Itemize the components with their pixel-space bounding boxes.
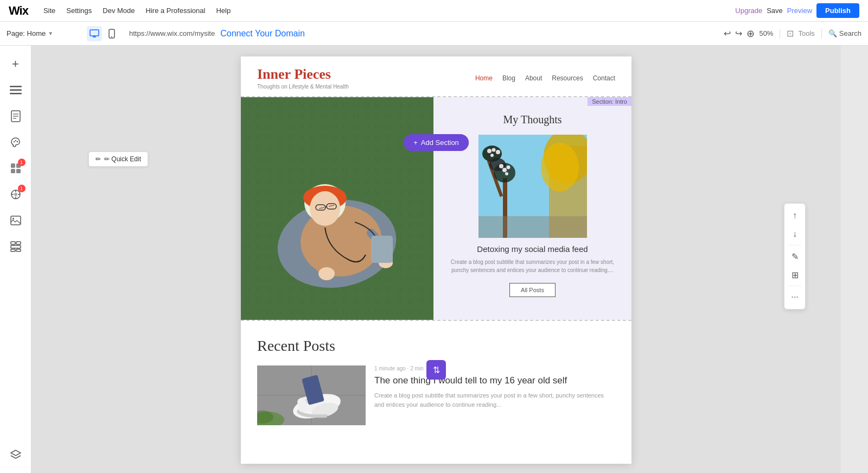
- desktop-icon[interactable]: [87, 26, 102, 41]
- site-nav-about[interactable]: About: [525, 74, 542, 82]
- site-nav: Home Blog About Resources Contact: [475, 74, 615, 82]
- save-button[interactable]: Save: [767, 7, 783, 15]
- toolbar-right: ↩ ↪ ⊕ 50% ⊡ Tools 🔍 Search: [724, 28, 861, 40]
- quick-edit-button[interactable]: ✏ ✏ Quick Edit: [88, 152, 148, 167]
- svg-point-58: [487, 149, 492, 153]
- svg-point-60: [496, 150, 500, 154]
- float-panel-divider2: [788, 286, 801, 286]
- sidebar-item-widgets[interactable]: [4, 235, 28, 258]
- layout-icon: ⊡: [787, 28, 794, 39]
- site-subtitle: Thoughts on Lifestyle & Mental Health: [257, 84, 349, 90]
- intro-image: [241, 97, 433, 320]
- recent-posts-title: Recent Posts: [257, 337, 615, 355]
- sidebar-item-menu[interactable]: [4, 78, 28, 102]
- recent-post-content: 1 minute ago · 2 min The one thing I wou…: [374, 365, 615, 409]
- search-button[interactable]: 🔍 Search: [828, 29, 861, 37]
- float-panel-divider: [788, 245, 801, 245]
- nav-help[interactable]: Help: [216, 7, 231, 15]
- url-text: https://www.wix.com/mysite: [129, 29, 215, 37]
- svg-point-62: [502, 168, 507, 172]
- plus-icon: +: [413, 138, 418, 147]
- svg-point-14: [16, 141, 17, 142]
- sidebar-item-design[interactable]: [4, 130, 28, 154]
- site-logo: Inner Pieces Thoughts on Lifestyle & Men…: [257, 66, 349, 90]
- move-down-button[interactable]: ↓: [786, 225, 803, 243]
- wix-logo: Wix: [9, 4, 28, 18]
- site-nav-contact[interactable]: Contact: [593, 74, 615, 82]
- move-up-button[interactable]: ↑: [786, 207, 803, 224]
- redo-button[interactable]: ↪: [735, 28, 742, 39]
- drag-arrows-icon: ⇅: [433, 365, 440, 375]
- canvas-area: + Add Section ✏ ✏ Quick Edit ⇅ ↑ ↓ ✎ ⊞ ·…: [31, 46, 841, 473]
- sidebar-item-media[interactable]: [4, 209, 28, 232]
- svg-point-20: [14, 193, 17, 196]
- svg-point-52: [541, 143, 579, 192]
- top-nav-actions: Upgrade Save Preview Publish: [735, 3, 859, 18]
- blog-preview-image: [478, 135, 587, 238]
- nav-settings[interactable]: Settings: [66, 7, 92, 15]
- page-selector[interactable]: Page: Home ▼: [7, 29, 77, 37]
- edit-button[interactable]: ✎: [786, 248, 803, 265]
- zoom-level: 50%: [759, 29, 773, 37]
- sidebar-item-pages[interactable]: [4, 104, 28, 128]
- blog-post-title: Detoxing my social media feed: [477, 244, 588, 254]
- publish-button[interactable]: Publish: [816, 3, 859, 18]
- svg-point-63: [506, 166, 510, 169]
- svg-rect-0: [90, 30, 99, 36]
- tools-button[interactable]: Tools: [798, 29, 814, 37]
- widgets-icon: [10, 241, 21, 252]
- apps-badge: 1: [18, 159, 25, 166]
- svg-rect-7: [10, 93, 22, 94]
- page-label: Page: Home: [7, 29, 46, 37]
- svg-rect-17: [11, 169, 15, 173]
- site-header: Inner Pieces Thoughts on Lifestyle & Men…: [241, 56, 631, 96]
- sidebar-item-marketplace[interactable]: 1: [4, 182, 28, 206]
- person-lying-image: [241, 97, 433, 320]
- post-excerpt: Create a blog post subtitle that summari…: [374, 391, 615, 409]
- svg-point-65: [505, 172, 508, 175]
- left-sidebar: + 1 1: [0, 46, 31, 473]
- nav-hire[interactable]: Hire a Professional: [146, 7, 206, 15]
- site-nav-resources[interactable]: Resources: [552, 74, 583, 82]
- more-options-button[interactable]: ···: [786, 288, 803, 306]
- recent-post-image: [257, 365, 366, 425]
- top-nav: Wix Site Settings Dev Mode Hire a Profes…: [0, 0, 868, 22]
- svg-rect-18: [16, 169, 21, 173]
- svg-rect-29: [11, 245, 21, 248]
- float-panel: ↑ ↓ ✎ ⊞ ···: [784, 203, 806, 310]
- site-nav-home[interactable]: Home: [475, 74, 493, 82]
- svg-point-64: [499, 164, 503, 168]
- section-intro-label: Section: Intro: [588, 97, 631, 106]
- layers-icon: [10, 450, 21, 459]
- sidebar-item-apps[interactable]: 1: [4, 156, 28, 180]
- svg-point-13: [15, 140, 16, 141]
- pencil-icon: ✏: [95, 155, 101, 163]
- site-nav-blog[interactable]: Blog: [502, 74, 515, 82]
- all-posts-button[interactable]: All Posts: [509, 283, 556, 297]
- layout-button[interactable]: ⊞: [786, 266, 803, 283]
- intro-section: Section: Intro: [241, 97, 631, 320]
- undo-button[interactable]: ↩: [724, 28, 731, 39]
- nav-site[interactable]: Site: [43, 7, 55, 15]
- add-section-button[interactable]: + Add Section: [404, 134, 469, 151]
- address-bar: Page: Home ▼ https://www.wix.com/mysite …: [0, 22, 868, 46]
- divider2: [821, 29, 822, 39]
- section-drag-handle[interactable]: ⇅: [426, 360, 446, 380]
- sidebar-add-button[interactable]: +: [4, 52, 28, 76]
- svg-rect-30: [11, 249, 15, 251]
- chevron-down-icon[interactable]: ▼: [48, 30, 53, 36]
- zoom-plus-icon[interactable]: ⊕: [746, 28, 755, 40]
- mobile-icon[interactable]: [104, 26, 119, 41]
- paint-icon: [10, 137, 21, 148]
- connect-domain-link[interactable]: Connect Your Domain: [220, 29, 305, 39]
- post-title: The one thing I would tell to my 16 year…: [374, 375, 615, 387]
- svg-rect-28: [16, 242, 21, 244]
- menu-icon: [10, 86, 22, 94]
- sidebar-item-layers[interactable]: [4, 443, 28, 466]
- upgrade-button[interactable]: Upgrade: [735, 7, 762, 15]
- svg-point-26: [12, 218, 14, 219]
- nav-devmode[interactable]: Dev Mode: [103, 7, 135, 15]
- preview-button[interactable]: Preview: [787, 7, 812, 15]
- svg-point-59: [492, 148, 495, 152]
- svg-point-12: [13, 141, 14, 142]
